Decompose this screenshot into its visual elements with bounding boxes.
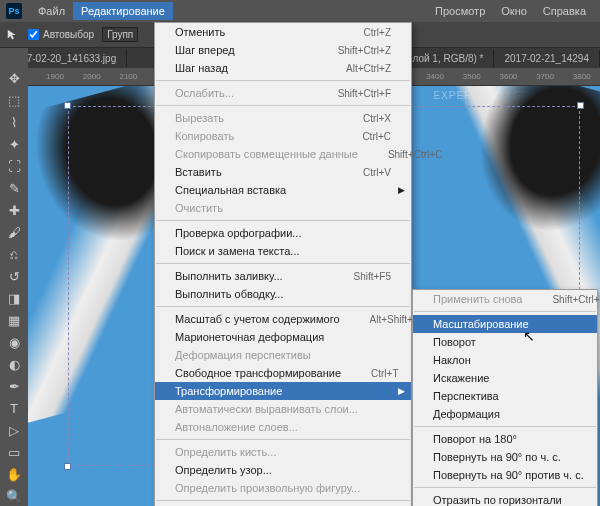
menu-item[interactable]: Поворот <box>413 333 597 351</box>
menu-item-label: Очистить <box>175 202 223 214</box>
menu-item[interactable]: Поиск и замена текста... <box>155 242 411 260</box>
menu-item[interactable]: Перспектива <box>413 387 597 405</box>
menu-item-label: Свободное трансформирование <box>175 367 341 379</box>
menu-item[interactable]: Отразить по горизонтали <box>413 491 597 506</box>
menu-item-label: Трансформирование <box>175 385 282 397</box>
menu-item: ВырезатьCtrl+X <box>155 109 411 127</box>
brush-tool-icon[interactable]: 🖌 <box>3 222 25 242</box>
menu-shortcut: Shift+Ctrl+T <box>522 294 600 305</box>
menu-item: Ослабить...Shift+Ctrl+F <box>155 84 411 102</box>
menu-item[interactable]: Искажение <box>413 369 597 387</box>
move-tool-icon[interactable]: ✥ <box>3 68 25 88</box>
menu-item-label: Определить произвольную фигуру... <box>175 482 360 494</box>
menu-item-label: Копировать <box>175 130 234 142</box>
menu-item: Скопировать совмещенные данныеShift+Ctrl… <box>155 145 411 163</box>
menu-view[interactable]: Просмотр <box>427 2 493 20</box>
menu-item[interactable]: Марионеточная деформация <box>155 328 411 346</box>
pen-tool-icon[interactable]: ✒ <box>3 376 25 396</box>
marquee-tool-icon[interactable]: ⬚ <box>3 90 25 110</box>
lasso-tool-icon[interactable]: ⌇ <box>3 112 25 132</box>
menu-separator <box>156 439 410 440</box>
menu-item-label: Масштаб с учетом содержимого <box>175 313 340 325</box>
menu-item-label: Поворот на 180° <box>433 433 517 445</box>
menu-item-label: Повернуть на 90° по ч. с. <box>433 451 561 463</box>
menu-separator <box>414 311 596 312</box>
transform-handle[interactable] <box>577 102 584 109</box>
blur-tool-icon[interactable]: ◉ <box>3 332 25 352</box>
menu-item[interactable]: Деформация <box>413 405 597 423</box>
menu-item-label: Специальная вставка <box>175 184 286 196</box>
menu-item-label: Марионеточная деформация <box>175 331 324 343</box>
menu-shortcut: Ctrl+C <box>332 131 391 142</box>
toolbox: ✥ ⬚ ⌇ ✦ ⛶ ✎ ✚ 🖌 ⎌ ↺ ◨ ▦ ◉ ◐ ✒ T ▷ ▭ ✋ 🔍 <box>0 48 28 506</box>
menu-item[interactable]: Определить узор... <box>155 461 411 479</box>
menu-item[interactable]: Шаг назадAlt+Ctrl+Z <box>155 59 411 77</box>
menu-item-label: Скопировать совмещенные данные <box>175 148 358 160</box>
menu-item-label: Вставить <box>175 166 222 178</box>
menu-help[interactable]: Справка <box>535 2 594 20</box>
stamp-tool-icon[interactable]: ⎌ <box>3 244 25 264</box>
menu-item[interactable]: Масштаб с учетом содержимогоAlt+Shift+Ct… <box>155 310 411 328</box>
menu-item-label: Поворот <box>433 336 476 348</box>
zoom-tool-icon[interactable]: 🔍 <box>3 486 25 506</box>
menu-edit[interactable]: Редактирование <box>73 2 173 20</box>
menu-item[interactable]: Выполнить заливку...Shift+F5 <box>155 267 411 285</box>
menu-item: Определить произвольную фигуру... <box>155 479 411 497</box>
menu-item-label: Вырезать <box>175 112 224 124</box>
menu-item[interactable]: Выполнить обводку... <box>155 285 411 303</box>
menu-shortcut: Shift+F5 <box>323 271 391 282</box>
menu-file[interactable]: Файл <box>30 2 73 20</box>
path-tool-icon[interactable]: ▷ <box>3 420 25 440</box>
menu-item[interactable]: ВставитьCtrl+V <box>155 163 411 181</box>
dodge-tool-icon[interactable]: ◐ <box>3 354 25 374</box>
menu-item-label: Отменить <box>175 26 225 38</box>
eraser-tool-icon[interactable]: ◨ <box>3 288 25 308</box>
menu-item[interactable]: ОтменитьCtrl+Z <box>155 23 411 41</box>
autoselect-checkbox[interactable]: Автовыбор <box>28 29 94 40</box>
shape-tool-icon[interactable]: ▭ <box>3 442 25 462</box>
tab-document[interactable]: 2017-02-21_14294 <box>494 50 600 67</box>
menu-item[interactable]: Трансформирование▶ <box>155 382 411 400</box>
menu-item-label: Ослабить... <box>175 87 234 99</box>
menu-shortcut: Alt+Ctrl+Z <box>316 63 391 74</box>
menu-item-label: Проверка орфографии... <box>175 227 301 239</box>
transform-handle[interactable] <box>64 463 71 470</box>
menu-shortcut: Shift+Ctrl+Z <box>308 45 391 56</box>
menu-item-label: Определить кисть... <box>175 446 276 458</box>
menubar: Ps Файл Редактирование Просмотр Окно Спр… <box>0 0 600 22</box>
transform-submenu: Применить сноваShift+Ctrl+TМасштабирован… <box>412 289 598 506</box>
submenu-arrow-icon: ▶ <box>398 386 405 396</box>
submenu-arrow-icon: ▶ <box>398 185 405 195</box>
menu-item-label: Выполнить обводку... <box>175 288 283 300</box>
history-brush-icon[interactable]: ↺ <box>3 266 25 286</box>
menu-separator <box>414 487 596 488</box>
menu-item-label: Наклон <box>433 354 471 366</box>
menu-item[interactable]: Повернуть на 90° против ч. с. <box>413 466 597 484</box>
transform-handle[interactable] <box>64 102 71 109</box>
app-icon: Ps <box>6 3 22 19</box>
menu-window[interactable]: Окно <box>493 2 535 20</box>
hand-tool-icon[interactable]: ✋ <box>3 464 25 484</box>
menu-item[interactable]: Масштабирование <box>413 315 597 333</box>
menu-item[interactable]: Свободное трансформированиеCtrl+T <box>155 364 411 382</box>
menu-item[interactable]: Проверка орфографии... <box>155 224 411 242</box>
menu-item[interactable]: Наклон <box>413 351 597 369</box>
menu-item-label: Перспектива <box>433 390 499 402</box>
eyedropper-tool-icon[interactable]: ✎ <box>3 178 25 198</box>
heal-tool-icon[interactable]: ✚ <box>3 200 25 220</box>
crop-tool-icon[interactable]: ⛶ <box>3 156 25 176</box>
menu-item[interactable]: Специальная вставка▶ <box>155 181 411 199</box>
wand-tool-icon[interactable]: ✦ <box>3 134 25 154</box>
menu-item[interactable]: Повернуть на 90° по ч. с. <box>413 448 597 466</box>
menu-separator <box>156 306 410 307</box>
gradient-tool-icon[interactable]: ▦ <box>3 310 25 330</box>
menu-item-label: Поиск и замена текста... <box>175 245 300 257</box>
move-tool-icon <box>6 28 20 42</box>
menu-item: Автоналожение слоев... <box>155 418 411 436</box>
menu-item-label: Шаг назад <box>175 62 228 74</box>
type-tool-icon[interactable]: T <box>3 398 25 418</box>
menu-item[interactable]: Шаг впередShift+Ctrl+Z <box>155 41 411 59</box>
menu-item[interactable]: Поворот на 180° <box>413 430 597 448</box>
menu-separator <box>156 500 410 501</box>
autoselect-target-dropdown[interactable]: Групп <box>102 27 138 42</box>
